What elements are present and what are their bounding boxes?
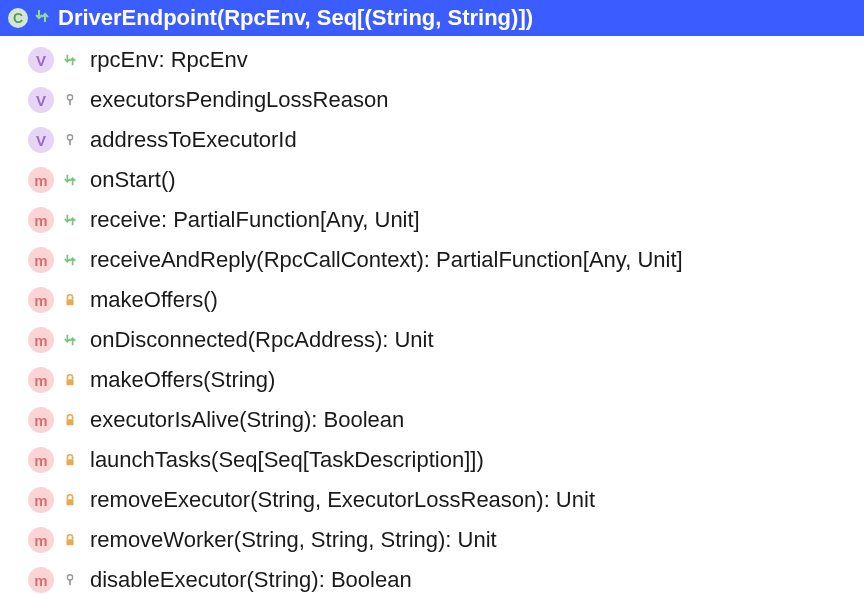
method-icon: m (28, 167, 54, 193)
private-visibility-icon (60, 573, 80, 587)
svg-rect-9 (67, 539, 74, 545)
locked-visibility-icon (60, 293, 80, 307)
method-icon: m (28, 567, 54, 593)
member-signature: executorIsAlive(String): Boolean (90, 407, 404, 433)
locked-visibility-icon (60, 493, 80, 507)
member-signature: disableExecutor(String): Boolean (90, 567, 412, 593)
private-visibility-icon (60, 133, 80, 147)
public-visibility-icon (60, 173, 80, 187)
locked-visibility-icon (60, 453, 80, 467)
method-icon: m (28, 207, 54, 233)
val-icon: V (28, 127, 54, 153)
class-icon: C (8, 8, 28, 28)
member-signature: receive: PartialFunction[Any, Unit] (90, 207, 420, 233)
member-signature: executorsPendingLossReason (90, 87, 388, 113)
locked-visibility-icon (60, 413, 80, 427)
svg-rect-5 (67, 379, 74, 385)
method-icon: m (28, 407, 54, 433)
member-row[interactable]: mmakeOffers() (0, 280, 864, 320)
member-row[interactable]: monDisconnected(RpcAddress): Unit (0, 320, 864, 360)
svg-rect-11 (69, 579, 71, 585)
member-row[interactable]: mreceive: PartialFunction[Any, Unit] (0, 200, 864, 240)
val-icon: V (28, 47, 54, 73)
member-signature: rpcEnv: RpcEnv (90, 47, 248, 73)
member-signature: addressToExecutorId (90, 127, 297, 153)
public-visibility-icon (60, 53, 80, 67)
method-icon: m (28, 447, 54, 473)
member-signature: onStart() (90, 167, 176, 193)
method-icon: m (28, 487, 54, 513)
member-row[interactable]: mremoveExecutor(String, ExecutorLossReas… (0, 480, 864, 520)
locked-visibility-icon (60, 373, 80, 387)
public-visibility-icon (60, 213, 80, 227)
member-signature: makeOffers(String) (90, 367, 275, 393)
method-icon: m (28, 287, 54, 313)
val-icon: V (28, 87, 54, 113)
structure-header[interactable]: C DriverEndpoint(RpcEnv, Seq[(String, St… (0, 0, 864, 36)
member-signature: launchTasks(Seq[Seq[TaskDescription]]) (90, 447, 484, 473)
member-signature: receiveAndReply(RpcCallContext): Partial… (90, 247, 683, 273)
member-row[interactable]: mremoveWorker(String, String, String): U… (0, 520, 864, 560)
method-icon: m (28, 367, 54, 393)
locked-visibility-icon (60, 533, 80, 547)
header-visibility-icon (34, 8, 50, 29)
svg-rect-3 (69, 139, 71, 145)
method-icon: m (28, 247, 54, 273)
member-signature: removeExecutor(String, ExecutorLossReaso… (90, 487, 595, 513)
svg-rect-6 (67, 419, 74, 425)
method-icon: m (28, 327, 54, 353)
public-visibility-icon (60, 333, 80, 347)
member-row[interactable]: mmakeOffers(String) (0, 360, 864, 400)
member-signature: onDisconnected(RpcAddress): Unit (90, 327, 434, 353)
member-signature: removeWorker(String, String, String): Un… (90, 527, 497, 553)
member-row[interactable]: mlaunchTasks(Seq[Seq[TaskDescription]]) (0, 440, 864, 480)
svg-rect-1 (69, 99, 71, 105)
class-title: DriverEndpoint(RpcEnv, Seq[(String, Stri… (58, 5, 533, 31)
member-row[interactable]: VrpcEnv: RpcEnv (0, 40, 864, 80)
method-icon: m (28, 527, 54, 553)
member-list: VrpcEnv: RpcEnvVexecutorsPendingLossReas… (0, 36, 864, 594)
private-visibility-icon (60, 93, 80, 107)
member-row[interactable]: VexecutorsPendingLossReason (0, 80, 864, 120)
public-visibility-icon (60, 253, 80, 267)
member-row[interactable]: mreceiveAndReply(RpcCallContext): Partia… (0, 240, 864, 280)
svg-rect-7 (67, 459, 74, 465)
member-row[interactable]: monStart() (0, 160, 864, 200)
member-row[interactable]: VaddressToExecutorId (0, 120, 864, 160)
svg-rect-4 (67, 299, 74, 305)
member-row[interactable]: mexecutorIsAlive(String): Boolean (0, 400, 864, 440)
svg-rect-8 (67, 499, 74, 505)
member-signature: makeOffers() (90, 287, 218, 313)
member-row[interactable]: mdisableExecutor(String): Boolean (0, 560, 864, 594)
